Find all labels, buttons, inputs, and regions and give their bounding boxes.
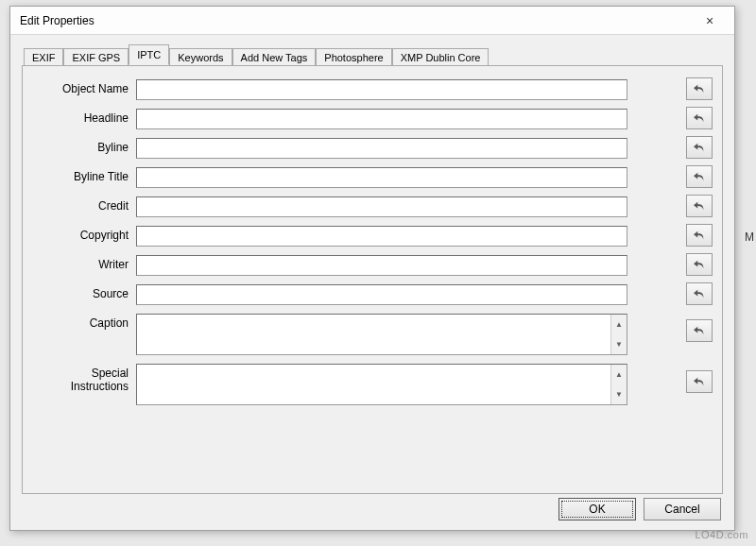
row-copyright: Copyright (32, 226, 713, 247)
label-credit: Credit (32, 196, 136, 213)
label-object-name: Object Name (32, 79, 136, 95)
input-caption[interactable] (137, 315, 610, 354)
button-bar: OK Cancel (558, 498, 721, 520)
label-headline: Headline (32, 109, 136, 125)
input-special-instructions[interactable] (137, 365, 610, 404)
scroll-up-icon[interactable]: ▲ (611, 315, 627, 334)
row-object-name: Object Name (32, 79, 713, 100)
undo-caption[interactable] (686, 319, 713, 342)
close-button[interactable]: × (691, 9, 729, 32)
row-caption: Caption ▲ ▼ (32, 314, 713, 355)
bg-letter: M (745, 230, 754, 244)
undo-icon (693, 142, 706, 153)
undo-icon (693, 325, 706, 336)
scroll-down-icon[interactable]: ▼ (611, 334, 627, 354)
cancel-button[interactable]: Cancel (644, 498, 721, 520)
undo-byline[interactable] (686, 136, 713, 159)
input-copyright[interactable] (136, 226, 627, 247)
scrollbar-caption: ▲ ▼ (610, 315, 627, 354)
undo-icon (693, 288, 706, 299)
textarea-wrap-special: ▲ ▼ (136, 364, 627, 405)
scrollbar-special: ▲ ▼ (610, 365, 627, 404)
label-caption: Caption (32, 314, 136, 330)
input-writer[interactable] (136, 255, 627, 276)
tab-exif-gps[interactable]: EXIF GPS (63, 48, 129, 66)
tab-photosphere[interactable]: Photosphere (316, 48, 391, 66)
undo-icon (693, 200, 706, 212)
input-object-name[interactable] (136, 79, 627, 100)
tabpanel-iptc: Object Name Headline Byline (22, 65, 723, 494)
undo-icon (693, 112, 706, 124)
row-credit: Credit (32, 196, 713, 217)
edit-properties-dialog: Edit Properties × EXIF EXIF GPS IPTC Key… (9, 6, 735, 531)
scroll-up-icon[interactable]: ▲ (611, 365, 627, 384)
undo-copyright[interactable] (686, 224, 713, 247)
titlebar: Edit Properties × (10, 7, 734, 35)
row-writer: Writer (32, 255, 713, 276)
label-special-instructions: Special Instructions (32, 364, 136, 394)
undo-object-name[interactable] (686, 77, 713, 100)
undo-byline-title[interactable] (686, 165, 713, 188)
undo-icon (693, 376, 706, 387)
row-source: Source (32, 284, 713, 305)
dialog-title: Edit Properties (20, 14, 691, 27)
tab-add-new-tags[interactable]: Add New Tags (232, 48, 317, 66)
close-icon: × (706, 13, 713, 28)
dialog-content: EXIF EXIF GPS IPTC Keywords Add New Tags… (10, 35, 734, 530)
undo-icon (693, 171, 706, 182)
input-byline-title[interactable] (136, 167, 627, 188)
label-writer: Writer (32, 255, 136, 271)
tab-iptc[interactable]: IPTC (129, 44, 169, 65)
ok-button[interactable]: OK (558, 498, 636, 520)
row-special-instructions: Special Instructions ▲ ▼ (32, 364, 713, 405)
input-byline[interactable] (136, 138, 627, 159)
textarea-wrap-caption: ▲ ▼ (136, 314, 627, 355)
label-source: Source (32, 284, 136, 300)
scroll-down-icon[interactable]: ▼ (611, 384, 627, 404)
undo-credit[interactable] (686, 195, 713, 217)
tab-xmp-dublin-core[interactable]: XMP Dublin Core (392, 48, 490, 66)
label-byline-title: Byline Title (32, 167, 136, 183)
input-source[interactable] (136, 284, 627, 305)
undo-special-instructions[interactable] (686, 370, 713, 393)
row-byline-title: Byline Title (32, 167, 713, 188)
undo-writer[interactable] (686, 253, 713, 276)
undo-icon (693, 259, 706, 270)
row-headline: Headline (32, 109, 713, 129)
tab-keywords[interactable]: Keywords (169, 48, 232, 66)
label-byline: Byline (32, 138, 136, 154)
undo-icon (693, 230, 706, 241)
undo-headline[interactable] (686, 107, 713, 129)
undo-icon (693, 83, 706, 94)
tab-exif[interactable]: EXIF (24, 48, 63, 66)
undo-source[interactable] (686, 282, 713, 305)
input-headline[interactable] (136, 109, 627, 129)
label-copyright: Copyright (32, 226, 136, 242)
tabstrip: EXIF EXIF GPS IPTC Keywords Add New Tags… (24, 44, 723, 65)
row-byline: Byline (32, 138, 713, 159)
input-credit[interactable] (136, 196, 627, 217)
